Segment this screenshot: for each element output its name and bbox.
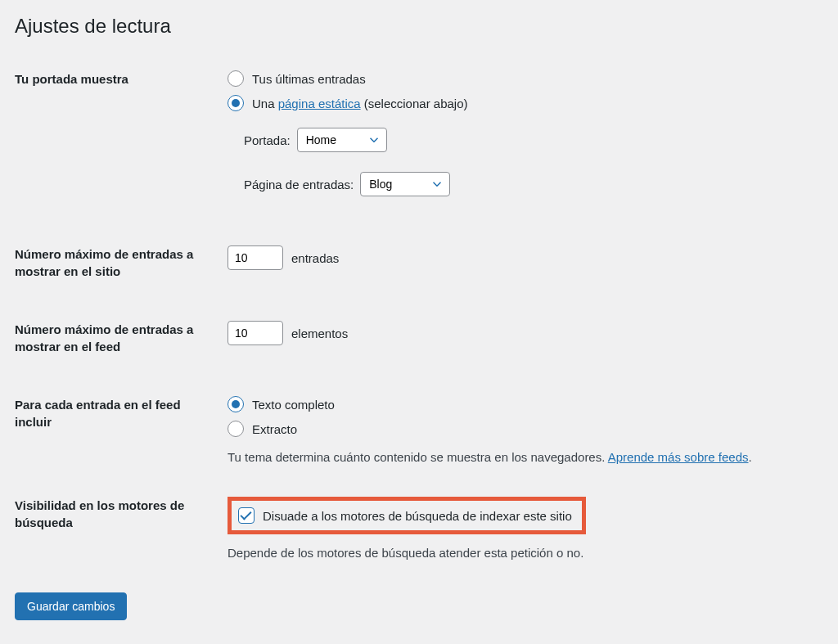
- front-page-select-label: Portada:: [244, 133, 291, 147]
- search-visibility-label: Visibilidad en los motores de búsqueda: [15, 497, 228, 592]
- blog-pages-unit: entradas: [291, 251, 339, 265]
- search-visibility-checkbox[interactable]: [238, 507, 255, 524]
- settings-form-table: Tu portada muestra Tus últimas entradas …: [15, 70, 823, 592]
- blog-pages-label: Número máximo de entradas a mostrar en e…: [15, 245, 228, 321]
- radio-static-page-label[interactable]: Una página estática (seleccionar abajo): [252, 97, 468, 110]
- posts-page-select[interactable]: Blog: [360, 172, 450, 196]
- feed-desc-period: .: [749, 450, 752, 464]
- feed-items-unit: elementos: [291, 327, 348, 340]
- page-title: Ajustes de lectura: [15, 15, 823, 38]
- front-page-select[interactable]: Home: [297, 128, 387, 152]
- save-changes-button[interactable]: Guardar cambios: [15, 592, 127, 620]
- radio-latest-posts-label[interactable]: Tus últimas entradas: [252, 72, 366, 86]
- posts-page-select-label: Página de entradas:: [244, 178, 354, 191]
- radio-excerpt-label[interactable]: Extracto: [252, 422, 297, 436]
- radio-full-text-label[interactable]: Texto completo: [252, 398, 335, 412]
- feed-items-input[interactable]: [228, 321, 283, 345]
- homepage-display-label: Tu portada muestra: [15, 70, 228, 245]
- feed-content-description: Tu tema determina cuánto contenido se mu…: [228, 450, 823, 464]
- feed-desc-text: Tu tema determina cuánto contenido se mu…: [228, 450, 608, 464]
- static-suffix: (seleccionar abajo): [361, 97, 468, 110]
- radio-latest-posts[interactable]: [228, 70, 244, 87]
- search-visibility-checkbox-label[interactable]: Disuade a los motores de búsqueda de ind…: [263, 509, 572, 523]
- radio-static-page[interactable]: [228, 95, 244, 111]
- static-page-link[interactable]: página estática: [278, 97, 361, 110]
- search-visibility-highlight: Disuade a los motores de búsqueda de ind…: [228, 497, 586, 534]
- feed-items-label: Número máximo de entradas a mostrar en e…: [15, 321, 228, 396]
- radio-excerpt[interactable]: [228, 421, 244, 437]
- feeds-learn-more-link[interactable]: Aprende más sobre feeds: [608, 450, 749, 464]
- feed-content-label: Para cada entrada en el feed incluir: [15, 396, 228, 497]
- static-prefix: Una: [252, 97, 278, 110]
- blog-pages-input[interactable]: [228, 245, 283, 270]
- search-visibility-description: Depende de los motores de búsqueda atend…: [228, 546, 823, 560]
- radio-full-text[interactable]: [228, 396, 244, 412]
